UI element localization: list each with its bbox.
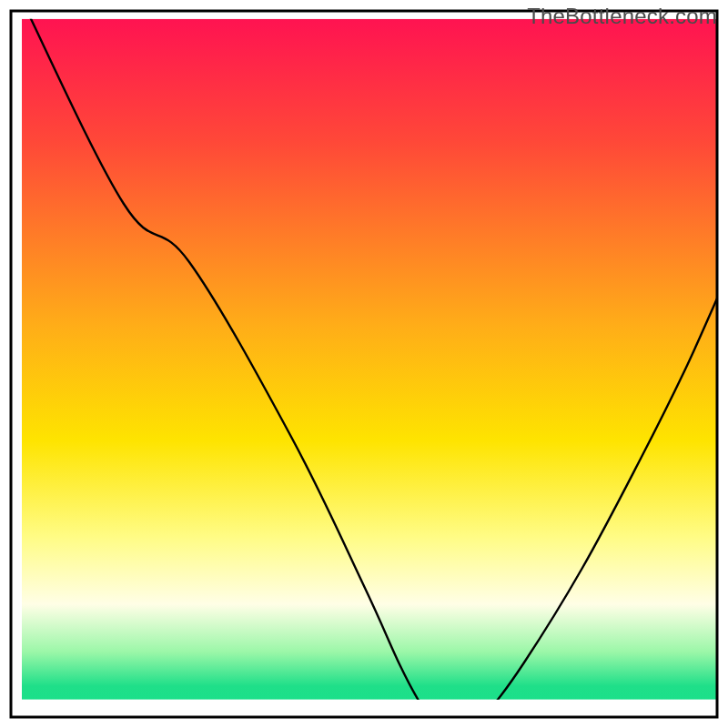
optimal-point-marker	[446, 714, 462, 723]
watermark-text: TheBottleneck.com	[527, 4, 717, 29]
chart-svg	[0, 0, 728, 728]
plot-area	[22, 0, 717, 723]
bottleneck-chart: TheBottleneck.com	[0, 0, 728, 728]
